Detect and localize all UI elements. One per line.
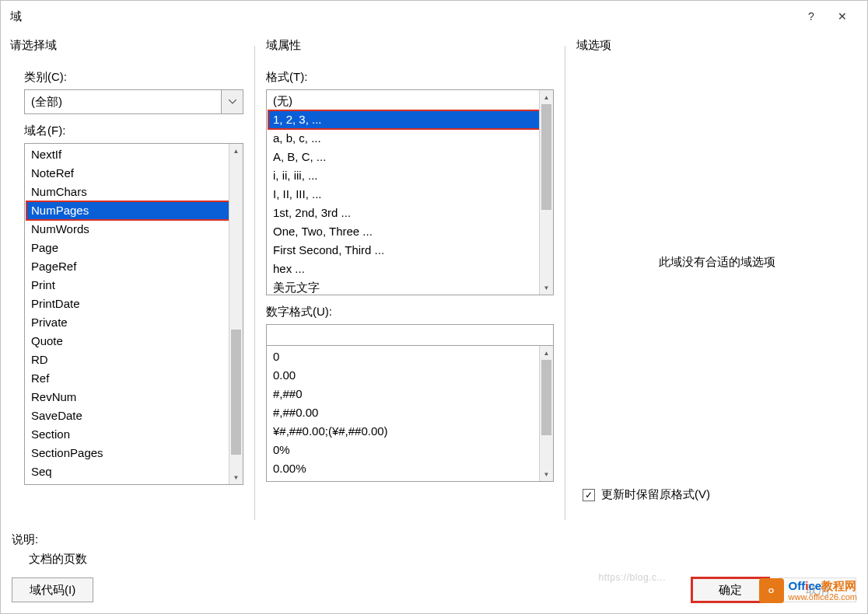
list-item-selected[interactable]: NumPages bbox=[26, 201, 241, 220]
scroll-up-icon[interactable]: ▲ bbox=[540, 346, 553, 360]
listbox-number-formats[interactable]: 0 0.00 #,##0 #,##0.00 ¥#,##0.00;(¥#,##0.… bbox=[266, 346, 554, 482]
label-category: 类别(C): bbox=[24, 70, 243, 85]
scroll-track[interactable] bbox=[540, 360, 553, 467]
label-field-name: 域名(F): bbox=[24, 124, 243, 138]
combo-dropdown-button[interactable] bbox=[221, 90, 243, 113]
list-item[interactable]: 0% bbox=[268, 441, 551, 459]
divider bbox=[254, 46, 255, 520]
scroll-down-icon[interactable]: ▼ bbox=[229, 470, 243, 484]
list-item[interactable]: SaveDate bbox=[26, 406, 241, 425]
list-item[interactable]: ¥#,##0.00;(¥#,##0.00) bbox=[268, 422, 551, 441]
list-item[interactable]: #,##0.00 bbox=[268, 403, 551, 422]
list-item[interactable]: First Second, Third ... bbox=[268, 241, 551, 260]
list-item[interactable]: Section bbox=[26, 425, 241, 444]
list-item[interactable]: Private bbox=[26, 313, 241, 332]
scroll-up-icon[interactable]: ▲ bbox=[540, 90, 553, 104]
listbox-formats[interactable]: (无) 1, 2, 3, ... a, b, c, ... A, B, C, .… bbox=[266, 89, 554, 295]
description-text: 文档的页数 bbox=[29, 552, 856, 567]
panel-select-field: 请选择域 类别(C): (全部) 域名(F): NextIf NoteRef N… bbox=[10, 38, 243, 528]
list-item[interactable]: NumWords bbox=[26, 220, 241, 239]
description-label: 说明: bbox=[12, 532, 856, 547]
panel-field-options: 域选项 此域没有合适的域选项 ✓ 更新时保留原格式(V) bbox=[576, 38, 858, 528]
help-button[interactable]: ? bbox=[796, 5, 827, 28]
no-options-message: 此域没有合适的域选项 bbox=[576, 255, 858, 270]
ok-button[interactable]: 确定 bbox=[691, 577, 769, 602]
section-heading-mid: 域属性 bbox=[266, 38, 554, 53]
close-button[interactable]: ✕ bbox=[827, 5, 858, 28]
list-item[interactable]: 0.00% bbox=[268, 459, 551, 478]
section-heading-right: 域选项 bbox=[576, 38, 858, 53]
scrollbar[interactable]: ▲ ▼ bbox=[539, 346, 553, 481]
list-item[interactable]: RevNum bbox=[26, 388, 241, 406]
checkbox-label: 更新时保留原格式(V) bbox=[601, 487, 710, 502]
field-dialog: 域 ? ✕ 请选择域 类别(C): (全部) 域名(F): NextIf Not… bbox=[0, 0, 868, 614]
list-item[interactable]: hex ... bbox=[268, 260, 551, 278]
panel-field-properties: 域属性 格式(T): (无) 1, 2, 3, ... a, b, c, ...… bbox=[266, 38, 554, 528]
list-item[interactable]: 0 bbox=[268, 347, 551, 366]
scroll-down-icon[interactable]: ▼ bbox=[540, 281, 553, 295]
listbox-field-names[interactable]: NextIf NoteRef NumChars NumPages NumWord… bbox=[24, 143, 243, 485]
scroll-thumb[interactable] bbox=[541, 360, 551, 435]
scroll-up-icon[interactable]: ▲ bbox=[229, 144, 243, 158]
input-number-format[interactable] bbox=[266, 324, 554, 346]
list-item[interactable]: #,##0 bbox=[268, 385, 551, 403]
dialog-footer: 域代码(I) 确定 取消 bbox=[1, 567, 867, 613]
list-item[interactable]: PrintDate bbox=[26, 295, 241, 313]
combo-category[interactable]: (全部) bbox=[24, 89, 243, 114]
scroll-down-icon[interactable]: ▼ bbox=[540, 467, 553, 481]
list-item[interactable]: NextIf bbox=[26, 145, 241, 164]
cancel-button[interactable]: 取消 bbox=[779, 577, 856, 602]
section-heading-left: 请选择域 bbox=[10, 38, 243, 53]
list-item[interactable]: 0.00 bbox=[268, 366, 551, 385]
description-area: 说明: 文档的页数 bbox=[1, 528, 867, 567]
list-item[interactable]: 美元文字 bbox=[268, 278, 551, 295]
list-item[interactable]: RD bbox=[26, 351, 241, 369]
list-item[interactable]: i, ii, iii, ... bbox=[268, 166, 551, 185]
titlebar: 域 ? ✕ bbox=[1, 1, 867, 32]
scroll-thumb[interactable] bbox=[231, 330, 241, 455]
list-item[interactable]: SectionPages bbox=[26, 444, 241, 462]
list-item[interactable]: NoteRef bbox=[26, 164, 241, 183]
list-item[interactable]: A, B, C, ... bbox=[268, 148, 551, 166]
list-item[interactable]: Print bbox=[26, 276, 241, 295]
list-item[interactable]: (无) bbox=[268, 92, 551, 110]
list-item[interactable]: Ref bbox=[26, 369, 241, 388]
list-item[interactable]: Page bbox=[26, 239, 241, 257]
list-item[interactable]: NumChars bbox=[26, 183, 241, 201]
list-item-selected[interactable]: 1, 2, 3, ... bbox=[268, 110, 551, 129]
list-item[interactable]: a, b, c, ... bbox=[268, 129, 551, 148]
chevron-down-icon bbox=[229, 99, 236, 104]
label-format: 格式(T): bbox=[266, 70, 554, 85]
scroll-track[interactable] bbox=[540, 104, 553, 281]
list-item[interactable]: I, II, III, ... bbox=[268, 185, 551, 204]
faint-watermark-text: https://blog.c... bbox=[598, 572, 666, 583]
list-item[interactable]: 1st, 2nd, 3rd ... bbox=[268, 204, 551, 222]
field-codes-button[interactable]: 域代码(I) bbox=[12, 577, 93, 602]
list-item[interactable]: PageRef bbox=[26, 257, 241, 276]
combo-category-value: (全部) bbox=[25, 95, 221, 110]
content-area: 请选择域 类别(C): (全部) 域名(F): NextIf NoteRef N… bbox=[1, 32, 867, 528]
scroll-track[interactable] bbox=[229, 158, 243, 470]
divider bbox=[565, 46, 565, 520]
dialog-title: 域 bbox=[10, 9, 796, 24]
label-number-format: 数字格式(U): bbox=[266, 305, 554, 319]
list-item[interactable]: Seq bbox=[26, 462, 241, 481]
list-item[interactable]: Quote bbox=[26, 332, 241, 351]
checkbox-preserve-format[interactable]: ✓ 更新时保留原格式(V) bbox=[583, 487, 858, 502]
list-item[interactable]: One, Two, Three ... bbox=[268, 222, 551, 241]
checkbox-icon[interactable]: ✓ bbox=[583, 489, 595, 501]
scrollbar[interactable]: ▲ ▼ bbox=[229, 144, 243, 484]
scroll-thumb[interactable] bbox=[541, 104, 551, 210]
scrollbar[interactable]: ▲ ▼ bbox=[539, 90, 553, 295]
